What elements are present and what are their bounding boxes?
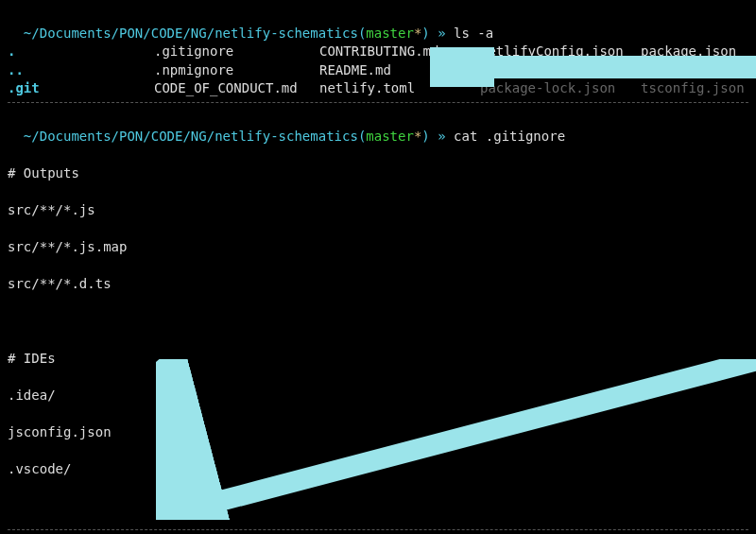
ls-item: node_modules	[480, 61, 641, 80]
session-divider-bottom	[8, 529, 748, 530]
branch-close: )	[421, 129, 429, 144]
shell-prompt-1: ~/Documents/PON/CODE/NG/netlify-schemati…	[8, 6, 748, 43]
cwd-path: ~/Documents/PON/CODE/NG/netlify-schemati…	[24, 129, 358, 144]
file-line	[8, 497, 748, 516]
file-line	[8, 313, 748, 332]
session-divider	[8, 102, 748, 103]
ls-item: .npmignore	[154, 61, 319, 80]
file-line: # Outputs	[8, 164, 748, 183]
file-line: src/**/*.js	[8, 201, 748, 220]
command-text[interactable]: cat .gitignore	[454, 129, 565, 144]
ls-item: tsconfig.json	[641, 79, 756, 98]
ls-item: CONTRIBUTING.md	[319, 43, 480, 61]
prompt-sep: »	[438, 129, 445, 144]
ls-item: src	[641, 61, 756, 80]
shell-prompt-2: ~/Documents/PON/CODE/NG/netlify-schemati…	[8, 109, 748, 146]
file-line: src/**/*.d.ts	[8, 275, 748, 294]
ls-item: README.md	[319, 61, 480, 80]
cwd-path: ~/Documents/PON/CODE/NG/netlify-schemati…	[24, 26, 358, 41]
ls-item: ..	[8, 61, 154, 80]
ls-item: .gitignore	[154, 43, 319, 61]
ls-item: netlifyConfig.json	[480, 43, 641, 61]
git-branch: master	[366, 129, 414, 144]
prompt-sep: »	[438, 26, 445, 41]
ls-item: netlify.toml	[319, 79, 480, 98]
file-line: jsconfig.json	[8, 423, 748, 442]
file-line: .idea/	[8, 387, 748, 405]
branch-close: )	[421, 26, 429, 41]
git-branch: master	[366, 26, 414, 41]
file-line: .vscode/	[8, 460, 748, 479]
ls-item: package.json	[641, 43, 756, 61]
ls-output: . .gitignore CONTRIBUTING.md netlifyConf…	[8, 43, 748, 98]
ls-item: package-lock.json	[480, 79, 641, 98]
file-line: src/**/*.js.map	[8, 238, 748, 257]
ls-item: .	[8, 43, 154, 61]
file-line: # IDEs	[8, 350, 748, 369]
ls-item: .git	[8, 79, 154, 98]
command-text[interactable]: ls -a	[454, 26, 493, 41]
ls-item: CODE_OF_CONDUCT.md	[154, 79, 319, 98]
gitignore-output: # Outputs src/**/*.js src/**/*.js.map sr…	[8, 146, 748, 534]
